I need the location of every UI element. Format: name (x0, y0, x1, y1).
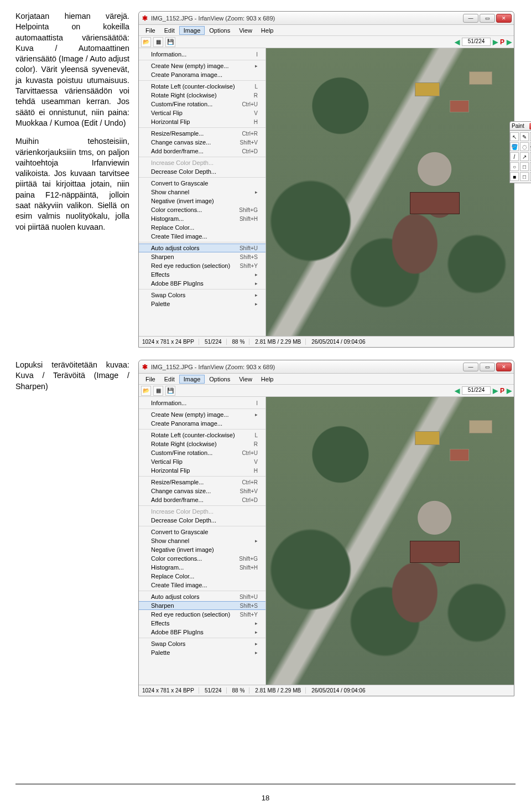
menu-item[interactable]: Resize/Resample...Ctrl+R (139, 129, 266, 138)
menu-image[interactable]: Image (179, 26, 205, 35)
menu-item[interactable]: Vertical FlipV (139, 457, 266, 466)
menu-item[interactable]: Custom/Fine rotation...Ctrl+U (139, 448, 266, 457)
menu-item[interactable]: Show channel (139, 536, 266, 545)
menu-options[interactable]: Options (205, 26, 235, 35)
menu-view[interactable]: View (235, 26, 257, 35)
open-icon[interactable]: 📂 (141, 386, 151, 396)
menu-item[interactable]: Information...I (139, 399, 266, 407)
menu-item[interactable]: Color corrections...Shift+G (139, 205, 266, 214)
paint-tool[interactable]: 🪣 (510, 142, 519, 151)
paint-tool[interactable]: / (510, 152, 519, 161)
minimize-button[interactable]: — (463, 14, 478, 23)
menu-edit[interactable]: Edit (160, 26, 179, 35)
prev-arrow-icon[interactable]: ◀ (455, 38, 460, 46)
menu-item[interactable]: Red eye reduction (selection)Shift+Y (139, 261, 266, 270)
maximize-button[interactable]: ▭ (480, 363, 495, 371)
image-menu-dropdown[interactable]: Information...ICreate New (empty) image.… (139, 48, 266, 336)
menu-image[interactable]: Image (179, 375, 205, 384)
paint-tool[interactable]: □ (520, 162, 529, 171)
menu-item[interactable]: Change canvas size...Shift+V (139, 138, 266, 147)
save-icon[interactable]: 💾 (165, 386, 175, 396)
paint-tool[interactable]: ↗ (520, 152, 529, 161)
menu-item[interactable]: Horizontal FlipH (139, 117, 266, 126)
menu-item[interactable]: Information...I (139, 50, 266, 59)
open-icon[interactable]: 📂 (141, 37, 151, 47)
menu-item[interactable]: Create New (empty) image... (139, 61, 266, 70)
menu-item[interactable]: Color corrections...Shift+G (139, 554, 266, 563)
menubar[interactable]: FileEditImageOptionsViewHelp (139, 374, 514, 385)
menu-view[interactable]: View (235, 375, 257, 384)
menu-item[interactable]: Swap Colors (139, 291, 266, 299)
menu-help[interactable]: Help (257, 375, 278, 384)
paint-tool[interactable]: ↖ (510, 132, 519, 141)
menu-item[interactable]: Auto adjust colorsShift+U (139, 592, 266, 601)
next-arrow-2-icon[interactable]: ▶ (507, 38, 512, 46)
menu-item[interactable]: Replace Color... (139, 223, 266, 232)
menu-item[interactable]: Resize/Resample...Ctrl+R (139, 478, 266, 487)
menu-item[interactable]: Rotate Left (counter-clockwise)L (139, 82, 266, 91)
menu-item[interactable]: Adobe 8BF PlugIns (139, 279, 266, 288)
menu-item[interactable]: Palette (139, 299, 266, 308)
menu-item[interactable]: Effects (139, 270, 266, 279)
menu-item[interactable]: SharpenShift+S (139, 252, 266, 261)
slideshow-icon[interactable]: ▦ (153, 386, 163, 396)
menu-help[interactable]: Help (257, 26, 278, 35)
menu-item[interactable]: Rotate Left (counter-clockwise)L (139, 431, 266, 439)
menu-item[interactable]: Convert to Grayscale (139, 527, 266, 536)
menu-item[interactable]: Rotate Right (clockwise)R (139, 91, 266, 100)
menu-item[interactable]: Create Tiled image... (139, 232, 266, 241)
menu-item[interactable]: Create Tiled image... (139, 581, 266, 589)
close-button[interactable]: ✕ (496, 14, 512, 23)
menu-item[interactable]: Palette (139, 648, 266, 657)
image-canvas[interactable] (266, 397, 514, 685)
paint-tool[interactable]: ○ (510, 162, 519, 171)
save-icon[interactable]: 💾 (165, 37, 175, 47)
menu-item[interactable]: Swap Colors (139, 639, 266, 648)
next-arrow-icon[interactable]: ▶ (493, 38, 498, 46)
minimize-button[interactable]: — (463, 363, 478, 371)
image-canvas[interactable] (266, 48, 514, 336)
menu-item[interactable]: SharpenShift+S (139, 601, 266, 610)
next-arrow-2-icon[interactable]: ▶ (507, 387, 512, 395)
menu-item[interactable]: Decrease Color Depth... (139, 516, 266, 525)
menu-item[interactable]: Histogram...Shift+H (139, 214, 266, 223)
paint-palette[interactable]: Paint ✕ ↖✎A🪣◌⌫/↗|○□⬚■□⇄ (509, 121, 531, 183)
menu-edit[interactable]: Edit (160, 375, 179, 384)
prev-arrow-icon[interactable]: ◀ (455, 387, 460, 395)
menu-item[interactable]: Show channel (139, 188, 266, 196)
image-menu-dropdown[interactable]: Information...ICreate New (empty) image.… (139, 397, 266, 685)
menu-item[interactable]: Custom/Fine rotation...Ctrl+U (139, 100, 266, 108)
menubar[interactable]: FileEditImageOptionsViewHelp (139, 25, 514, 36)
menu-item[interactable]: Auto adjust colorsShift+U (139, 244, 266, 252)
menu-file[interactable]: File (141, 26, 160, 35)
menu-item[interactable]: Red eye reduction (selection)Shift+Y (139, 610, 266, 619)
menu-item[interactable]: Create New (empty) image... (139, 410, 266, 419)
menu-item[interactable]: Adobe 8BF PlugIns (139, 628, 266, 637)
menu-item[interactable]: Effects (139, 619, 266, 628)
menu-item[interactable]: Horizontal FlipH (139, 466, 266, 475)
menu-file[interactable]: File (141, 375, 160, 384)
menu-item[interactable]: Change canvas size...Shift+V (139, 487, 266, 495)
menu-item[interactable]: Convert to Grayscale (139, 179, 266, 188)
menu-item[interactable]: Create Panorama image... (139, 419, 266, 428)
menu-item[interactable]: Negative (invert image) (139, 196, 266, 205)
menu-item[interactable]: Create Panorama image... (139, 70, 266, 79)
slideshow-icon[interactable]: ▦ (153, 37, 163, 47)
paint-tool[interactable]: □ (520, 172, 529, 181)
maximize-button[interactable]: ▭ (480, 14, 495, 23)
p-icon[interactable]: P (500, 38, 504, 46)
p-icon[interactable]: P (500, 387, 504, 395)
next-arrow-icon[interactable]: ▶ (493, 387, 498, 395)
menu-item[interactable]: Add border/frame...Ctrl+D (139, 147, 266, 156)
menu-item[interactable]: Negative (invert image) (139, 545, 266, 554)
close-button[interactable]: ✕ (496, 363, 512, 371)
menu-options[interactable]: Options (205, 375, 235, 384)
paint-tool[interactable]: ✎ (520, 132, 529, 141)
menu-item[interactable]: Rotate Right (clockwise)R (139, 439, 266, 448)
paint-tool[interactable]: ◌ (520, 142, 529, 151)
paint-tool[interactable]: ■ (510, 172, 519, 181)
menu-item[interactable]: Add border/frame...Ctrl+D (139, 495, 266, 504)
menu-item[interactable]: Decrease Color Depth... (139, 167, 266, 176)
menu-item[interactable]: Replace Color... (139, 572, 266, 581)
menu-item[interactable]: Vertical FlipV (139, 108, 266, 117)
